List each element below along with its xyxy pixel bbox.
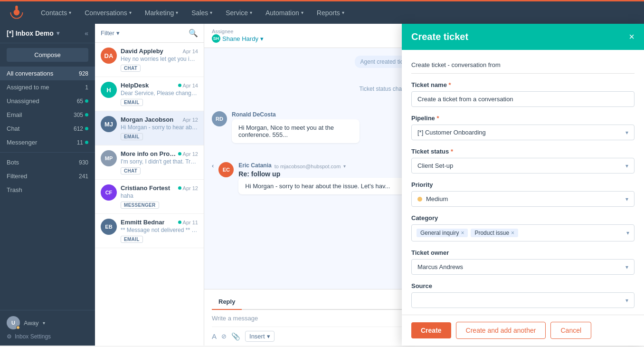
unread-badge-dot (85, 99, 88, 103)
collapse-icon[interactable]: ‹ (212, 162, 214, 169)
tag-remove-general-inquiry[interactable]: × (461, 230, 464, 236)
unread-dot (178, 84, 181, 87)
attachment-icon[interactable]: ⊘ (221, 333, 227, 340)
conv-item-david-appleby[interactable]: DA David Appleby Apr 14 Hey no worries l… (95, 43, 204, 77)
clip-icon[interactable]: 📎 (231, 332, 240, 341)
pipeline-label: Pipeline * (411, 115, 635, 122)
required-marker: * (436, 115, 439, 122)
conv-avatar: H (101, 82, 117, 98)
user-chevron-icon: ▾ (43, 320, 45, 326)
category-chevron-icon: ▾ (626, 230, 629, 236)
conv-item-more-info[interactable]: MP More info on Produ... Apr 12 I'm sorr… (95, 145, 204, 180)
sidebar-header: [*] Inbox Demo ▾ « (0, 24, 95, 43)
sidebar-item-chat[interactable]: Chat 612 (0, 122, 95, 135)
nav-sales[interactable]: Sales ▾ (185, 1, 219, 25)
gear-icon: ⚙ (7, 333, 12, 340)
priority-field-group: Priority Medium ▾ (411, 181, 635, 207)
assignee-avatar: SH (212, 34, 220, 43)
ticket-status-select-wrapper: Client Set-up ▾ (411, 158, 635, 174)
sidebar-item-bots[interactable]: Bots 930 (0, 155, 95, 169)
ticket-status-select[interactable]: Client Set-up (412, 158, 634, 173)
compose-button[interactable]: Compose (7, 48, 88, 62)
tab-reply[interactable]: Reply (212, 294, 242, 310)
tag-remove-product-issue[interactable]: × (511, 230, 514, 236)
conv-body: Morgan Jacobson Apr 12 Hi Morgan - sorry… (121, 116, 198, 140)
sidebar-item-messenger[interactable]: Messenger 11 (0, 135, 95, 149)
source-field-group: Source ▾ (411, 282, 635, 308)
email-dropdown-icon: ▾ (343, 164, 346, 169)
required-marker: * (449, 81, 451, 88)
conv-avatar: CF (101, 184, 117, 201)
sidebar-item-trash[interactable]: Trash (0, 183, 95, 197)
ticket-status-field-group: Ticket status * Client Set-up ▾ (411, 148, 635, 174)
inbox-dropdown-icon[interactable]: ▾ (57, 30, 59, 37)
sidebar-item-filtered[interactable]: Filtered 241 (0, 169, 95, 183)
source-select[interactable] (412, 293, 634, 308)
conv-avatar: EB (101, 219, 117, 235)
assignee-info: Assignee SH Shane Hardy ▾ (212, 29, 264, 43)
pipeline-select[interactable]: [*] Customer Onboarding (412, 125, 634, 140)
chat-badge-dot (85, 127, 88, 130)
conv-item-emmitt-bednar[interactable]: EB Emmitt Bednar Apr 11 ** Message not d… (95, 214, 204, 248)
priority-chevron-icon: ▾ (625, 196, 628, 202)
sidebar-user[interactable]: U Away ▾ (7, 316, 88, 329)
sidebar-item-assigned-to-me[interactable]: Assigned to me 1 (0, 80, 95, 94)
text-format-icon[interactable]: A (212, 332, 217, 340)
tag-chip-product-issue: Product issue × (471, 229, 518, 237)
nav-contacts[interactable]: Contacts ▾ (34, 1, 78, 25)
insert-button[interactable]: Insert ▾ (245, 331, 275, 342)
sidebar-item-unassigned[interactable]: Unassigned 65 (0, 94, 95, 108)
sidebar-item-email[interactable]: Email 305 (0, 108, 95, 122)
search-button[interactable]: 🔍 (189, 29, 198, 38)
panel-footer: Create Create and add another Cancel (402, 315, 644, 346)
nav-service[interactable]: Service ▾ (219, 1, 259, 25)
sidebar-collapse-icon[interactable]: « (85, 29, 88, 37)
ticket-name-input[interactable] (411, 91, 635, 107)
nav-conversations[interactable]: Conversations ▾ (78, 1, 138, 25)
ticket-owner-label: Ticket owner (411, 249, 635, 256)
inbox-sidebar: [*] Inbox Demo ▾ « Compose All conversat… (0, 24, 95, 346)
panel-close-button[interactable]: × (629, 31, 635, 42)
priority-label: Priority (411, 181, 635, 188)
assignee-chevron-icon: ▾ (260, 35, 264, 42)
conv-avatar: MP (101, 150, 117, 166)
service-chevron-icon: ▾ (250, 10, 252, 15)
nav-marketing[interactable]: Marketing ▾ (138, 1, 185, 25)
conversations-chevron-icon: ▾ (129, 10, 132, 15)
pipeline-field-group: Pipeline * [*] Customer Onboarding ▾ (411, 115, 635, 140)
inbox-settings-link[interactable]: ⚙ Inbox Settings (7, 333, 88, 340)
ticket-owner-select[interactable]: Marcus Andrews (412, 260, 634, 274)
ticket-owner-select-wrapper: Marcus Andrews ▾ (411, 259, 635, 275)
source-label: Source (411, 282, 635, 289)
nav-automation[interactable]: Automation ▾ (259, 1, 310, 25)
category-select[interactable]: General inquiry × Product issue × ▾ (411, 224, 635, 241)
conv-avatar: MJ (101, 116, 117, 132)
ronald-avatar: RD (212, 111, 227, 126)
messenger-badge-dot (85, 141, 88, 144)
create-button[interactable]: Create (411, 322, 451, 338)
create-and-add-another-button[interactable]: Create and add another (456, 322, 546, 339)
ticket-name-label: Ticket name * (411, 81, 635, 88)
conv-item-morgan-jacobson[interactable]: MJ Morgan Jacobson Apr 12 Hi Morgan - so… (95, 111, 204, 145)
eric-avatar: EC (218, 162, 234, 177)
assignee-name[interactable]: SH Shane Hardy ▾ (212, 34, 264, 43)
conv-item-cristiano-fortest[interactable]: CF Cristiano Fortest Apr 12 haha MESSENG… (95, 180, 204, 214)
filter-button[interactable]: Filter ▾ (101, 29, 120, 37)
conv-body: HelpDesk Apr 14 Dear Service, Please cha… (121, 82, 198, 106)
filter-chevron-icon: ▾ (116, 29, 120, 37)
hubspot-logo[interactable] (8, 4, 25, 21)
unread-dot (178, 152, 181, 155)
pipeline-select-wrapper: [*] Customer Onboarding ▾ (411, 125, 635, 140)
conv-body: Cristiano Fortest Apr 12 haha MESSENGER (121, 184, 198, 209)
sidebar-inbox-title[interactable]: [*] Inbox Demo ▾ (7, 29, 59, 37)
category-label: Category (411, 214, 635, 222)
cancel-button[interactable]: Cancel (550, 322, 591, 339)
sidebar-item-all-conversations[interactable]: All conversations 928 (0, 67, 95, 80)
conv-body: More info on Produ... Apr 12 I'm sorry, … (121, 150, 198, 174)
conv-list-header: Filter ▾ 🔍 (95, 24, 204, 43)
nav-reports[interactable]: Reports ▾ (310, 1, 351, 25)
priority-select[interactable]: Medium ▾ (411, 191, 635, 207)
main-layout: [*] Inbox Demo ▾ « Compose All conversat… (0, 24, 644, 346)
conv-item-helpdesk[interactable]: H HelpDesk Apr 14 Dear Service, Please c… (95, 77, 204, 111)
panel-body: Create ticket - conversation from Ticket… (402, 50, 644, 315)
